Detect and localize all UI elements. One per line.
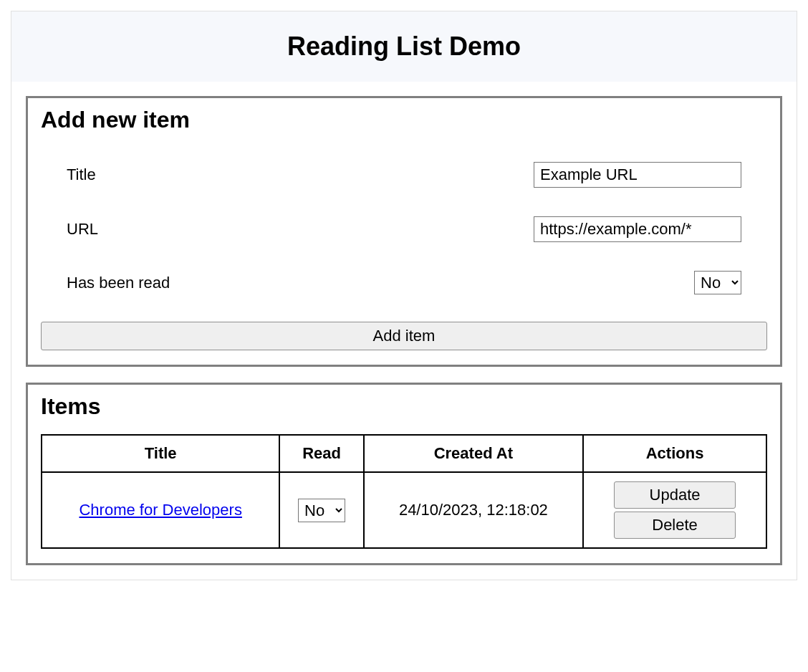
page-title: Reading List Demo <box>26 32 782 62</box>
col-title: Title <box>42 435 279 472</box>
read-select[interactable]: No Yes <box>694 271 741 294</box>
url-row: URL <box>41 202 767 256</box>
title-label: Title <box>67 165 96 184</box>
delete-button[interactable]: Delete <box>614 512 736 539</box>
read-row: Has been read No Yes <box>41 256 767 309</box>
update-button[interactable]: Update <box>614 481 736 509</box>
items-section: Items Title Read Created At Actions Chro… <box>26 383 782 565</box>
header-bar: Reading List Demo <box>11 11 797 82</box>
table-row: Chrome for Developers No Yes 24/10/2023,… <box>42 472 766 548</box>
add-item-button[interactable]: Add item <box>41 322 767 350</box>
cell-actions: Update Delete <box>583 472 766 548</box>
cell-created-at: 24/10/2023, 12:18:02 <box>364 472 583 548</box>
col-created-at: Created At <box>364 435 583 472</box>
table-header-row: Title Read Created At Actions <box>42 435 766 472</box>
app-container: Reading List Demo Add new item Title URL… <box>11 11 797 580</box>
row-read-select[interactable]: No Yes <box>298 499 345 522</box>
add-item-heading: Add new item <box>41 107 767 133</box>
cell-title: Chrome for Developers <box>42 472 279 548</box>
add-item-section: Add new item Title URL Has been read No … <box>26 96 782 367</box>
title-input[interactable] <box>534 162 741 188</box>
items-heading: Items <box>41 393 767 420</box>
read-label: Has been read <box>67 274 170 292</box>
col-read: Read <box>279 435 363 472</box>
url-input[interactable] <box>534 216 741 242</box>
col-actions: Actions <box>583 435 766 472</box>
cell-read: No Yes <box>279 472 363 548</box>
items-table: Title Read Created At Actions Chrome for… <box>41 434 767 549</box>
url-label: URL <box>67 220 98 239</box>
title-row: Title <box>41 148 767 202</box>
content-area: Add new item Title URL Has been read No … <box>11 82 797 580</box>
item-title-link[interactable]: Chrome for Developers <box>79 501 241 519</box>
